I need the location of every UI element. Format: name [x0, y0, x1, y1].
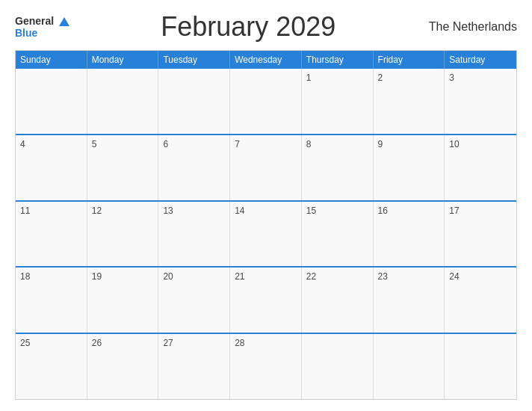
day-headers-row: SundayMondayTuesdayWednesdayThursdayFrid… — [16, 51, 516, 69]
day-cell — [16, 69, 87, 134]
weeks-container: 1234567891011121314151617181920212223242… — [16, 69, 516, 399]
week-row-1: 45678910 — [16, 134, 516, 200]
day-number: 1 — [306, 72, 312, 83]
day-cell: 11 — [16, 202, 87, 267]
day-number: 8 — [306, 139, 312, 149]
calendar-grid: SundayMondayTuesdayWednesdayThursdayFrid… — [15, 50, 517, 400]
day-cell: 13 — [158, 202, 230, 267]
day-number: 4 — [20, 139, 25, 149]
calendar-page: General Blue February 2029 The Netherlan… — [0, 0, 532, 411]
logo-blue-text: Blue — [15, 28, 37, 39]
day-header-monday: Monday — [87, 51, 159, 69]
day-number: 2 — [378, 72, 383, 83]
day-cell: 21 — [230, 268, 302, 333]
logo: General Blue — [15, 14, 69, 39]
day-cell — [87, 69, 159, 134]
day-cell: 9 — [374, 135, 445, 200]
day-number: 6 — [163, 139, 168, 149]
logo-triangle-icon — [59, 17, 69, 26]
day-number: 24 — [449, 271, 459, 282]
day-cell: 23 — [374, 268, 445, 333]
day-header-friday: Friday — [374, 51, 445, 69]
day-cell — [374, 334, 445, 399]
day-number: 23 — [378, 271, 388, 282]
day-cell: 22 — [302, 268, 374, 333]
day-cell: 2 — [374, 69, 445, 134]
country-label: The Netherlands — [427, 20, 517, 34]
logo-top: General — [15, 14, 69, 28]
day-header-wednesday: Wednesday — [230, 51, 302, 69]
day-header-sunday: Sunday — [16, 51, 87, 69]
day-number: 25 — [20, 338, 30, 348]
day-cell: 14 — [230, 202, 302, 267]
week-row-3: 18192021222324 — [16, 266, 516, 333]
header: General Blue February 2029 The Netherlan… — [15, 11, 517, 43]
day-number: 3 — [449, 72, 454, 83]
week-row-2: 11121314151617 — [16, 200, 516, 267]
day-cell: 18 — [16, 268, 87, 333]
day-cell: 15 — [302, 202, 374, 267]
day-cell — [158, 69, 230, 134]
day-number: 13 — [163, 206, 173, 216]
day-cell: 3 — [445, 69, 516, 134]
day-cell: 12 — [87, 202, 159, 267]
day-number: 20 — [163, 271, 173, 282]
day-cell: 26 — [87, 334, 159, 399]
day-cell — [445, 334, 516, 399]
day-cell: 28 — [230, 334, 302, 399]
day-number: 22 — [306, 271, 316, 282]
day-number: 11 — [20, 206, 30, 216]
day-cell: 25 — [16, 334, 87, 399]
day-number: 21 — [235, 271, 244, 282]
day-cell: 5 — [87, 135, 159, 200]
day-cell — [230, 69, 302, 134]
day-number: 15 — [306, 206, 316, 216]
day-cell — [302, 334, 374, 399]
day-cell: 7 — [230, 135, 302, 200]
day-number: 17 — [449, 206, 459, 216]
day-header-thursday: Thursday — [302, 51, 374, 69]
day-cell: 8 — [302, 135, 374, 200]
day-cell: 20 — [158, 268, 230, 333]
day-cell: 6 — [158, 135, 230, 200]
day-number: 14 — [235, 206, 244, 216]
week-row-0: 123 — [16, 69, 516, 134]
day-number: 19 — [92, 271, 102, 282]
week-row-4: 25262728 — [16, 333, 516, 399]
day-cell: 4 — [16, 135, 87, 200]
logo-general-text: General — [15, 15, 54, 27]
day-cell: 10 — [445, 135, 516, 200]
month-title: February 2029 — [69, 11, 427, 43]
day-number: 27 — [163, 338, 173, 348]
day-number: 28 — [235, 338, 244, 348]
day-header-tuesday: Tuesday — [158, 51, 230, 69]
day-number: 5 — [92, 139, 97, 149]
day-header-saturday: Saturday — [445, 51, 516, 69]
day-number: 18 — [20, 271, 30, 282]
day-number: 7 — [235, 139, 240, 149]
day-cell: 16 — [374, 202, 445, 267]
day-cell: 1 — [302, 69, 374, 134]
day-cell: 19 — [87, 268, 159, 333]
day-number: 9 — [378, 139, 383, 149]
day-number: 12 — [92, 206, 102, 216]
day-number: 10 — [449, 139, 459, 149]
day-cell: 17 — [445, 202, 516, 267]
day-cell: 27 — [158, 334, 230, 399]
day-cell: 24 — [445, 268, 516, 333]
day-number: 26 — [92, 338, 102, 348]
day-number: 16 — [378, 206, 388, 216]
